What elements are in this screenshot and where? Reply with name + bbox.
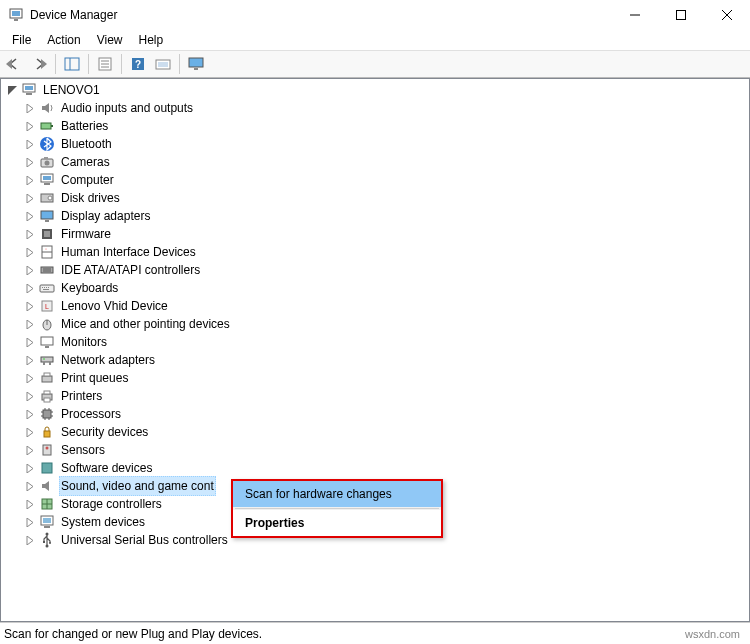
tree-node[interactable]: Keyboards [23,279,749,297]
tree-node[interactable]: Network adapters [23,351,749,369]
expander-icon[interactable] [23,209,37,223]
tree-node-label: Keyboards [59,279,120,297]
expander-icon[interactable] [23,281,37,295]
svg-rect-27 [44,157,48,159]
svg-point-83 [49,542,51,544]
tree-node[interactable]: Human Interface Devices [23,243,749,261]
tree-node[interactable]: Print queues [23,369,749,387]
expander-icon[interactable] [23,443,37,457]
menu-action[interactable]: Action [39,31,88,49]
tree-node[interactable]: Software devices [23,459,749,477]
tree-node[interactable]: Batteries [23,117,749,135]
expander-icon[interactable] [23,299,37,313]
context-menu-properties[interactable]: Properties [233,510,441,536]
expander-icon[interactable] [5,83,19,97]
expander-icon[interactable] [23,227,37,241]
tree-node[interactable]: Processors [23,405,749,423]
tree-node-label: Display adapters [59,207,152,225]
brand-watermark: wsxdn.com [685,628,746,640]
expander-icon[interactable] [23,353,37,367]
tree-node[interactable]: L Lenovo Vhid Device [23,297,749,315]
expander-icon[interactable] [23,389,37,403]
forward-button[interactable] [27,52,51,76]
expander-icon[interactable] [23,407,37,421]
maximize-button[interactable] [658,0,704,30]
tree-node[interactable]: IDE ATA/ATAPI controllers [23,261,749,279]
expander-icon[interactable] [23,335,37,349]
tree-node-label: Monitors [59,333,109,351]
device-tree-panel[interactable]: LENOVO1 Audio inputs and outputs Batteri… [0,78,750,622]
svg-rect-29 [43,176,51,180]
svg-rect-79 [43,518,51,523]
expander-icon[interactable] [23,317,37,331]
expander-icon[interactable] [23,533,37,547]
firmware-icon [39,226,55,242]
expander-icon[interactable] [23,263,37,277]
tree-node[interactable]: Sensors [23,441,749,459]
ide-icon [39,262,55,278]
expander-icon[interactable] [23,515,37,529]
expander-icon[interactable] [23,245,37,259]
expander-icon[interactable] [23,461,37,475]
tree-node-label: Printers [59,387,104,405]
expander-icon[interactable] [23,101,37,115]
window-title: Device Manager [30,8,612,22]
expander-icon[interactable] [23,425,37,439]
tree-node[interactable]: Firmware [23,225,749,243]
tree-node-label: Processors [59,405,123,423]
expander-icon[interactable] [23,173,37,187]
help-button[interactable]: ? [126,52,150,76]
menu-bar: File Action View Help [0,30,750,50]
tree-node[interactable]: Disk drives [23,189,749,207]
svg-rect-7 [65,58,79,70]
context-menu-scan-hardware[interactable]: Scan for hardware changes [233,481,441,507]
svg-rect-46 [46,287,47,288]
expander-icon[interactable] [23,497,37,511]
window-titlebar: Device Manager [0,0,750,30]
menu-view[interactable]: View [89,31,131,49]
tree-node[interactable]: Audio inputs and outputs [23,99,749,117]
svg-rect-1 [12,11,20,16]
svg-rect-73 [44,431,50,437]
show-hide-console-button[interactable] [60,52,84,76]
svg-rect-20 [25,86,33,90]
expander-icon[interactable] [23,155,37,169]
tree-node[interactable]: Printers [23,387,749,405]
svg-rect-64 [43,410,51,418]
svg-rect-33 [41,211,53,219]
menu-file[interactable]: File [4,31,39,49]
svg-text:?: ? [135,59,141,70]
svg-point-84 [46,545,49,548]
tree-node[interactable]: Bluetooth [23,135,749,153]
context-menu: Scan for hardware changes Properties [231,479,443,538]
back-button[interactable] [2,52,26,76]
battery-icon [39,118,55,134]
scan-hardware-button[interactable] [151,52,175,76]
expander-icon[interactable] [23,479,37,493]
tree-node[interactable]: Security devices [23,423,749,441]
network-icon [39,352,55,368]
svg-rect-80 [44,526,50,528]
camera-icon [39,154,55,170]
keyboard-icon [39,280,55,296]
expander-icon[interactable] [23,119,37,133]
tree-node-label: Bluetooth [59,135,114,153]
expander-icon[interactable] [23,191,37,205]
bluetooth-icon [39,136,55,152]
tree-node[interactable]: Computer [23,171,749,189]
svg-rect-55 [41,357,53,362]
menu-help[interactable]: Help [131,31,172,49]
expander-icon[interactable] [23,371,37,385]
expander-icon[interactable] [23,137,37,151]
tree-node[interactable]: Monitors [23,333,749,351]
tree-node[interactable]: Display adapters [23,207,749,225]
close-button[interactable] [704,0,750,30]
minimize-button[interactable] [612,0,658,30]
monitor-button[interactable] [184,52,208,76]
tree-root-node[interactable]: LENOVO1 [5,81,749,99]
svg-rect-63 [44,398,50,402]
tree-node[interactable]: Cameras [23,153,749,171]
tree-node[interactable]: Mice and other pointing devices [23,315,749,333]
properties-button[interactable] [93,52,117,76]
tree-node-label: Batteries [59,117,110,135]
